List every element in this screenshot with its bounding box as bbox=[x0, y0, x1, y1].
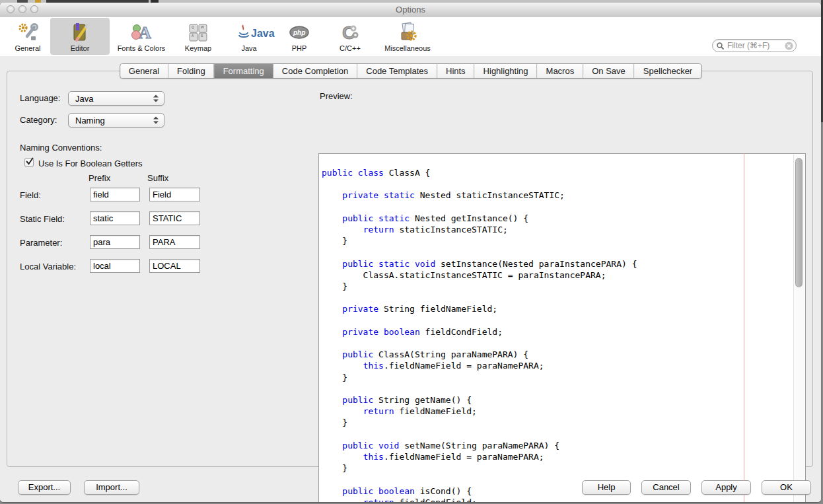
checkmark-icon bbox=[24, 157, 35, 167]
parameter-prefix-input[interactable] bbox=[90, 235, 140, 249]
local-variable-prefix-input[interactable] bbox=[90, 259, 140, 273]
toolbar-item-label: Fonts & Colors bbox=[118, 44, 166, 52]
code-line: ClassA.staticInstanceSTATIC = paraInstan… bbox=[322, 270, 637, 281]
toolbar-item-c-c[interactable]: CC/C++ bbox=[324, 18, 376, 55]
tab-folding[interactable]: Folding bbox=[168, 64, 215, 78]
import-button[interactable]: Import... bbox=[84, 480, 139, 495]
keyboard-keys-icon: QWAS bbox=[187, 21, 209, 44]
static-field-prefix-input[interactable] bbox=[90, 211, 140, 225]
field-suffix-input[interactable] bbox=[149, 188, 200, 201]
prefix-column-header: Prefix bbox=[89, 173, 110, 183]
toolbar-item-php[interactable]: phpPHP bbox=[275, 18, 324, 55]
code-line: this.fieldNameField = paraNamePARA; bbox=[322, 360, 637, 371]
toolbar-item-label: Editor bbox=[71, 44, 90, 52]
code-line: return fieldCondField; bbox=[322, 497, 637, 502]
parameter-label: Parameter: bbox=[20, 238, 62, 248]
tab-on-save[interactable]: On Save bbox=[583, 64, 635, 78]
static-field-suffix-input[interactable] bbox=[149, 211, 200, 225]
right-margin-line bbox=[744, 154, 744, 502]
tab-code-completion[interactable]: Code Completion bbox=[273, 64, 357, 78]
editor-tabs: GeneralFoldingFormattingCode CompletionC… bbox=[120, 63, 701, 79]
svg-text:Java: Java bbox=[251, 28, 275, 39]
toolbar-item-general[interactable]: General bbox=[5, 18, 50, 55]
clear-filter-icon[interactable] bbox=[785, 42, 793, 50]
book-pencil-icon bbox=[69, 21, 91, 44]
preview-label: Preview: bbox=[320, 91, 353, 101]
vertical-scrollbar[interactable] bbox=[793, 155, 805, 502]
code-line bbox=[322, 338, 637, 349]
preview-code-panel[interactable]: public class ClassA { private static Nes… bbox=[318, 153, 806, 502]
parameter-suffix-input[interactable] bbox=[149, 235, 200, 249]
titlebar[interactable]: Options bbox=[0, 3, 821, 17]
category-select[interactable]: Naming bbox=[68, 113, 164, 127]
cancel-button[interactable]: Cancel bbox=[641, 480, 691, 495]
search-icon bbox=[717, 42, 724, 50]
toolbar-item-label: Java bbox=[241, 44, 256, 52]
boolean-getters-checkbox-label: Use Is For Boolean Getters bbox=[38, 159, 143, 168]
export-button[interactable]: Export... bbox=[18, 480, 71, 495]
help-button[interactable]: Help bbox=[582, 480, 631, 495]
field-label: Field: bbox=[20, 190, 41, 200]
code-line: public class ClassA { bbox=[322, 167, 637, 178]
papers-gear-icon bbox=[396, 21, 419, 44]
code-line: public static void setInstance(Nested pa… bbox=[322, 258, 637, 270]
svg-text:A: A bbox=[139, 23, 151, 42]
code-line: public String getName() { bbox=[322, 394, 637, 406]
code-line: return fieldNameField; bbox=[322, 406, 637, 417]
toolbar-item-java[interactable]: JavaJava bbox=[223, 18, 275, 55]
toolbar-item-fonts-colors[interactable]: AFonts & Colors bbox=[110, 18, 173, 55]
fonts-colors-icon: A bbox=[130, 21, 153, 44]
code-line: } bbox=[322, 462, 637, 474]
apply-button[interactable]: Apply bbox=[701, 480, 751, 495]
code-line bbox=[322, 201, 637, 213]
svg-text:W: W bbox=[201, 25, 204, 29]
code-line: } bbox=[322, 235, 637, 246]
tab-formatting[interactable]: Formatting bbox=[215, 64, 273, 78]
language-value: Java bbox=[75, 94, 153, 104]
code-line: public void setName(String paraNamePARA)… bbox=[322, 440, 637, 451]
toolbar-item-keymap[interactable]: QWASKeymap bbox=[173, 18, 223, 55]
static-field-label: Static Field: bbox=[20, 214, 65, 224]
code-line: public ClassA(String paraNamePARA) { bbox=[322, 349, 637, 360]
code-line bbox=[322, 429, 637, 440]
boolean-getters-checkbox[interactable] bbox=[24, 158, 34, 167]
code-line: } bbox=[322, 281, 637, 292]
tab-code-templates[interactable]: Code Templates bbox=[357, 64, 437, 78]
toolbar-item-editor[interactable]: Editor bbox=[50, 18, 110, 55]
language-label: Language: bbox=[20, 93, 60, 103]
php-logo-icon: php bbox=[288, 21, 310, 44]
editor-options-content: GeneralFoldingFormattingCode CompletionC… bbox=[0, 56, 821, 502]
tab-hints[interactable]: Hints bbox=[437, 64, 475, 78]
category-label: Category: bbox=[20, 115, 57, 125]
svg-text:Q: Q bbox=[192, 25, 194, 29]
filter-search-box[interactable] bbox=[712, 39, 797, 52]
local-variable-suffix-input[interactable] bbox=[149, 259, 200, 273]
language-select[interactable]: Java bbox=[68, 91, 164, 106]
code-line: private static Nested staticInstanceSTAT… bbox=[322, 190, 637, 201]
filter-input[interactable] bbox=[726, 40, 785, 51]
preview-code: public class ClassA { private static Nes… bbox=[322, 167, 637, 502]
tab-spellchecker[interactable]: Spellchecker bbox=[635, 64, 701, 78]
tab-highlighting[interactable]: Highlighting bbox=[475, 64, 538, 78]
options-window: Options GeneralEditorAFonts & ColorsQWAS… bbox=[0, 3, 821, 502]
toolbar-item-miscellaneous[interactable]: Miscellaneous bbox=[376, 18, 439, 55]
gears-wrench-icon bbox=[17, 21, 39, 44]
field-prefix-input[interactable] bbox=[90, 188, 140, 201]
tab-macros[interactable]: Macros bbox=[538, 64, 584, 78]
toolbar-items: GeneralEditorAFonts & ColorsQWASKeymapJa… bbox=[5, 17, 439, 56]
java-cup-icon: Java bbox=[238, 21, 260, 44]
code-line: private String fieldNameField; bbox=[322, 303, 637, 314]
c-cpp-logo-icon: C bbox=[339, 21, 361, 44]
code-line: public static Nested getInstance() { bbox=[322, 213, 637, 224]
stepper-arrows-icon bbox=[153, 116, 159, 124]
code-line: } bbox=[322, 417, 637, 428]
local-variable-label: Local Variable: bbox=[20, 262, 76, 271]
code-line bbox=[322, 383, 637, 394]
scrollbar-thumb[interactable] bbox=[795, 158, 803, 287]
toolbar-item-label: Keymap bbox=[185, 44, 211, 52]
code-line: this.fieldNameField = paraNamePARA; bbox=[322, 451, 637, 462]
code-line: private boolean fieldCondField; bbox=[322, 326, 637, 338]
category-value: Naming bbox=[75, 116, 153, 126]
tab-general[interactable]: General bbox=[120, 64, 168, 78]
ok-button[interactable]: OK bbox=[762, 480, 811, 495]
